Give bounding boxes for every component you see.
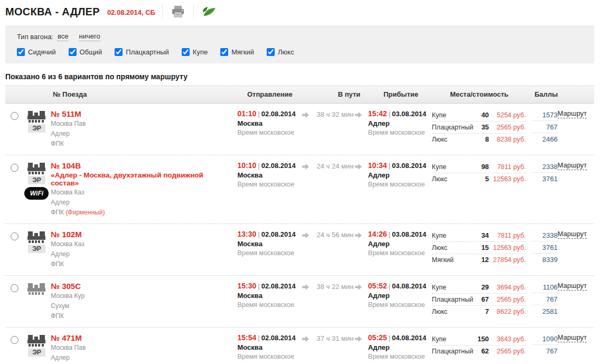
train-info-cell: № 305С Москва Кур Сухум ФПК	[51, 282, 237, 321]
vagon-checkbox-label: Сидячий	[28, 48, 56, 56]
arrow-right-icon	[302, 333, 315, 364]
leaf-icon[interactable]	[201, 4, 218, 19]
er-badge: ЭР	[28, 124, 45, 133]
seat-points: 1090	[532, 333, 558, 345]
arrival-date: 04.08.2014	[392, 282, 426, 290]
vagon-checkbox[interactable]	[267, 48, 275, 56]
departure-date: 02.08.2014	[261, 162, 296, 170]
train-info-cell: № 471М Москва Пав Адлер ФПК	[51, 333, 237, 364]
locomotive-icon	[27, 230, 45, 244]
arrow-right-icon	[355, 161, 368, 217]
train-number-link[interactable]: № 104В	[51, 161, 232, 170]
train-radio[interactable]	[11, 164, 18, 172]
departure-cell: 10:1002.08.2014 Москва Время московское	[237, 161, 302, 217]
vagon-checkbox[interactable]	[69, 48, 77, 56]
seat-main: Плацкартный 67 2565 руб.	[432, 294, 526, 306]
carrier-line: ФПК	[51, 311, 232, 321]
seats-list: Купе 150 3643 руб. 1090 Плацкартный 62 2…	[432, 333, 558, 364]
departure-timezone: Время московское	[237, 181, 302, 188]
departure-city: Москва	[237, 119, 302, 127]
train-radio[interactable]	[11, 284, 18, 292]
seat-points: 2338	[532, 161, 558, 173]
trip-duration: 24 ч 56 мин	[315, 230, 355, 269]
vagon-checkbox[interactable]	[115, 48, 123, 56]
route-cell: Маршрут	[558, 161, 594, 217]
vagon-checkbox[interactable]	[17, 48, 25, 56]
seat-main: Купе 34 7811 руб.	[432, 230, 526, 242]
train-radio[interactable]	[11, 336, 18, 344]
seat-points: 767	[532, 294, 558, 305]
departure-cell: 13:3002.08.2014 Москва Время московское	[237, 230, 302, 269]
seat-class: Плацкартный	[432, 122, 474, 133]
select-all-link[interactable]: все	[58, 32, 69, 41]
carrier: ФПК	[51, 209, 64, 216]
arrival-cell: 15:4203.08.2014 Адлер Время московское	[368, 109, 432, 148]
seat-class-row: Люкс 7 8622 руб. 2581	[432, 306, 558, 318]
route-cell: Маршрут	[558, 230, 594, 269]
train-number-link[interactable]: № 471М	[51, 333, 232, 342]
departure-time: 01:10	[237, 109, 256, 118]
train-subtitle: «Адлер - Москва, двухэтажный подвижной с…	[51, 171, 232, 187]
radio-cell	[5, 161, 23, 217]
arrow-right-icon	[355, 230, 368, 269]
vagon-filter-item: Сидячий	[17, 48, 56, 56]
seat-points: 2581	[532, 306, 558, 317]
seat-class: Люкс	[432, 174, 474, 185]
seat-points: 8339	[532, 254, 558, 265]
seat-class-row: Купе 98 7811 руб. 2338	[432, 161, 558, 173]
radio-cell	[5, 333, 23, 364]
seat-points: 2338	[532, 230, 558, 241]
seat-price: 5254 руб.	[489, 110, 526, 121]
train-radio[interactable]	[11, 112, 18, 120]
seat-class: Люкс	[432, 134, 474, 145]
arrival-city: Адлер	[368, 171, 432, 179]
train-row: ЭР WiFi № 305С Москва Кур Сухум ФПК 15:3…	[5, 276, 594, 328]
seat-count: 67	[474, 294, 489, 305]
arrival-date: 03.08.2014	[392, 230, 426, 238]
vagon-checkbox[interactable]	[182, 48, 190, 56]
column-header-seats: Места/стоимость	[450, 90, 535, 98]
arrival-timezone: Время московское	[368, 181, 432, 188]
select-none-link[interactable]: ничего	[79, 32, 100, 41]
train-number-link[interactable]: № 511М	[51, 109, 232, 118]
route-link[interactable]: Маршрут	[558, 282, 587, 291]
seat-class-row: Плацкартный 67 2565 руб. 767	[432, 294, 558, 306]
seat-class: Купе	[432, 334, 474, 345]
to-station: Адлер	[51, 353, 232, 362]
route-link[interactable]: Маршрут	[558, 333, 587, 342]
train-number-link[interactable]: № 102М	[51, 230, 232, 239]
arrival-time: 15:42	[368, 109, 387, 118]
carrier-line: ФПК (Фирменный)	[51, 208, 232, 217]
train-radio[interactable]	[11, 232, 18, 240]
seats-list: Купе 34 7811 руб. 2338 Люкс 15 12563 руб…	[432, 230, 558, 269]
carrier-line: ФПК	[51, 259, 232, 269]
vagon-checkbox-label: Плацкартный	[126, 48, 169, 56]
vagon-checkbox[interactable]	[220, 48, 228, 56]
separator	[387, 162, 392, 170]
seat-price: 12563 руб.	[489, 242, 526, 254]
route-cell: Маршрут	[558, 333, 594, 364]
departure-timezone: Время московское	[237, 301, 302, 309]
column-header-arrival: Прибытие	[383, 90, 450, 98]
vagon-checkbox-label: Люкс	[278, 48, 294, 56]
printer-icon[interactable]	[170, 4, 186, 19]
separator	[256, 110, 261, 118]
train-info-cell: № 511М Москва Пав Адлер ФПК	[51, 109, 237, 148]
route-link[interactable]: Маршрут	[558, 230, 587, 239]
seat-price: 12563 руб.	[489, 174, 526, 185]
arrival-timezone: Время московское	[368, 129, 432, 136]
seat-price: 8238 руб.	[489, 134, 526, 145]
arrow-right-icon	[302, 109, 315, 148]
seat-count: 12	[474, 254, 489, 265]
train-list: ЭР WiFi № 511М Москва Пав Адлер ФПК 01:1…	[5, 104, 594, 364]
route-link[interactable]: Маршрут	[558, 161, 587, 170]
seat-class: Мягкий	[432, 255, 474, 266]
train-number-link[interactable]: № 305С	[51, 282, 232, 291]
route-link[interactable]: Маршрут	[558, 109, 587, 118]
departure-date: 02.08.2014	[261, 282, 296, 290]
seat-count: 40	[474, 109, 489, 120]
separator	[387, 334, 392, 342]
radio-cell	[5, 109, 23, 148]
arrival-date: 03.08.2014	[392, 162, 426, 170]
route-cell: Маршрут	[558, 109, 594, 148]
